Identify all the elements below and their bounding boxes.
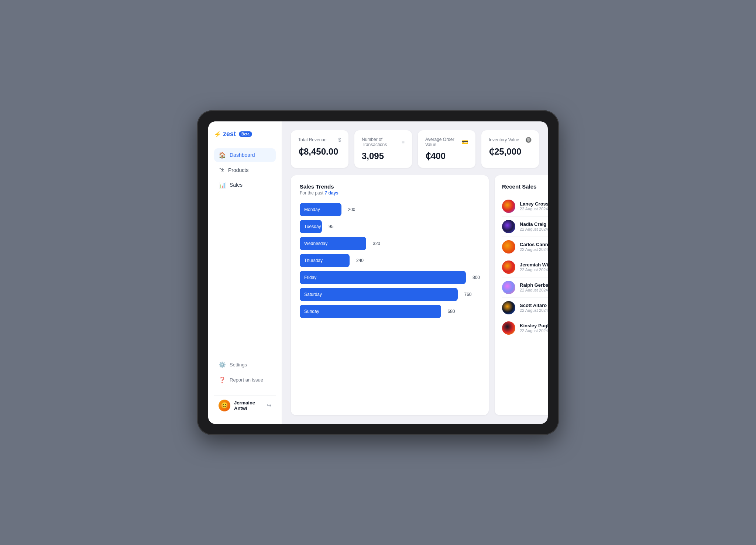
sale-date: 22 August 2024 [520, 288, 548, 292]
bar-value: 240 [356, 258, 364, 263]
bar: Thursday [300, 254, 350, 267]
sale-item: Jeremiah Wise 22 August 2024 +GHS 223 [502, 257, 548, 277]
bolt-icon: ⚡ [214, 131, 221, 138]
bar: Wednesday [300, 237, 366, 250]
bar-day-label: Monday [304, 207, 330, 212]
bar: Monday [300, 203, 341, 216]
bar: Sunday [300, 305, 441, 318]
sidebar-bottom: ⚙️ Settings ❓ Report an issue [214, 358, 276, 387]
bottom-row: Sales Trends For the past 7 days Monday … [291, 175, 539, 415]
dollar-icon: $ [338, 137, 341, 143]
sale-info: Jeremiah Wise 22 August 2024 [520, 262, 548, 272]
stat-label: Number of Transactions [362, 137, 402, 147]
stat-card-transactions: Number of Transactions ≡ 3,095 [354, 130, 412, 168]
avatar: 😊 [219, 400, 230, 411]
sale-name: Carlos Cannon [520, 242, 548, 247]
nav-items: 🏠 Dashboard 🛍 Products 📊 Sales [214, 148, 276, 358]
logout-icon[interactable]: ↪ [267, 402, 271, 409]
sale-info: Nadia Craig 22 August 2024 [520, 221, 548, 231]
sales-trends-subtitle: For the past 7 days [300, 190, 480, 196]
stat-card-header: Number of Transactions ≡ [362, 137, 405, 147]
sale-date: 22 August 2024 [520, 328, 548, 333]
sale-item: Scott Alfaro 22 August 2024 +GHS 423 [502, 298, 548, 318]
sale-name: Jeremiah Wise [520, 262, 548, 268]
bar-day-label: Tuesday [304, 224, 330, 229]
bar-value: 800 [472, 275, 480, 280]
sale-date: 22 August 2024 [520, 268, 548, 272]
report-issue-item[interactable]: ❓ Report an issue [214, 373, 276, 387]
sale-info: Ralph Gerbs 22 August 2024 [520, 282, 548, 292]
bar-row: Sunday 680 [300, 305, 480, 318]
logo-area: ⚡ zest Beta [214, 130, 276, 138]
sale-item: Kinsley Pugh 22 August 2024 +GHS 2039 [502, 318, 548, 338]
help-icon: ❓ [219, 376, 226, 383]
sale-name: Nadia Craig [520, 221, 548, 227]
sale-name: Kinsley Pugh [520, 323, 548, 328]
card-icon: 💳 [462, 139, 468, 145]
bar-day-label: Thursday [304, 258, 330, 263]
stat-card-header: Average Order Value 💳 [425, 137, 468, 147]
bar-row: Thursday 240 [300, 254, 480, 267]
sale-item: Laney Cross 22 August 2024 +GHS 523 [502, 196, 548, 217]
bar: Saturday [300, 288, 458, 301]
stat-label: Inventory Value [489, 137, 519, 142]
sale-name: Scott Alfaro [520, 303, 548, 308]
bar-chart: Monday 200 Tuesday 95 Wednesday 320 Thur… [300, 203, 480, 318]
sale-date: 22 August 2024 [520, 308, 548, 313]
stat-card-header: Total Revenue $ [298, 137, 341, 143]
stat-value: ₵25,000 [489, 146, 532, 157]
bar: Tuesday [300, 220, 322, 233]
sale-avatar [502, 261, 515, 274]
settings-icon: ⚙️ [219, 361, 226, 368]
settings-label: Settings [230, 362, 247, 368]
bar-value: 760 [464, 292, 472, 297]
sale-date: 22 August 2024 [520, 227, 548, 231]
bar-day-label: Saturday [304, 292, 330, 297]
home-icon: 🏠 [219, 152, 226, 159]
sale-avatar [502, 200, 515, 213]
sidebar-item-products[interactable]: 🛍 Products [214, 163, 276, 177]
bar-row: Wednesday 320 [300, 237, 480, 250]
logo: ⚡ zest [214, 130, 236, 138]
bar-value: 680 [448, 309, 455, 314]
recent-sales-card: Recent Sales view all Laney Cross 22 Aug… [495, 175, 548, 415]
sale-date: 22 August 2024 [520, 247, 548, 252]
recent-sales-header: Recent Sales view all [502, 183, 548, 190]
recent-sales-title: Recent Sales [502, 183, 536, 190]
beta-badge: Beta [239, 131, 252, 137]
sale-name: Laney Cross [520, 201, 548, 207]
sidebar-item-dashboard[interactable]: 🏠 Dashboard [214, 148, 276, 162]
sale-avatar [502, 281, 515, 294]
sales-icon: 📊 [219, 182, 226, 189]
sale-item: Ralph Gerbs 22 August 2024 +GHS 854 [502, 277, 548, 298]
bar-value: 320 [373, 241, 380, 246]
bar-day-label: Sunday [304, 309, 330, 314]
sale-info: Laney Cross 22 August 2024 [520, 201, 548, 211]
settings-item[interactable]: ⚙️ Settings [214, 358, 276, 372]
sales-list: Laney Cross 22 August 2024 +GHS 523 Nadi… [502, 196, 548, 338]
app-name: zest [223, 130, 236, 138]
device-frame: ⚡ zest Beta 🏠 Dashboard 🛍 Products 📊 Sal… [197, 110, 559, 435]
sidebar-item-label: Products [228, 167, 248, 173]
stat-card-inventory: Inventory Value 🔘 ₵25,000 [481, 130, 539, 168]
stat-card-total-revenue: Total Revenue $ ₵8,450.00 [291, 130, 348, 168]
sale-avatar [502, 220, 515, 233]
sidebar-item-sales[interactable]: 📊 Sales [214, 178, 276, 192]
transaction-icon: ≡ [402, 139, 405, 145]
stat-value: ₵400 [425, 151, 468, 161]
user-row: 😊 Jermaine Antwi ↪ [214, 396, 276, 415]
app-container: ⚡ zest Beta 🏠 Dashboard 🛍 Products 📊 Sal… [208, 121, 548, 424]
sale-avatar [502, 240, 515, 253]
sale-item: Carlos Cannon 22 August 2024 +GHS 934 [502, 237, 548, 257]
stat-value: 3,095 [362, 151, 405, 161]
sale-date: 22 August 2024 [520, 207, 548, 211]
sales-trends-card: Sales Trends For the past 7 days Monday … [291, 175, 489, 415]
sale-info: Scott Alfaro 22 August 2024 [520, 303, 548, 313]
report-label: Report an issue [230, 377, 263, 383]
inventory-icon: 🔘 [525, 137, 532, 143]
bar-row: Saturday 760 [300, 288, 480, 301]
bar-value: 200 [348, 207, 355, 212]
bar-day-label: Friday [304, 275, 330, 280]
sidebar-item-label: Sales [230, 182, 243, 188]
sales-trends-title: Sales Trends [300, 183, 480, 190]
